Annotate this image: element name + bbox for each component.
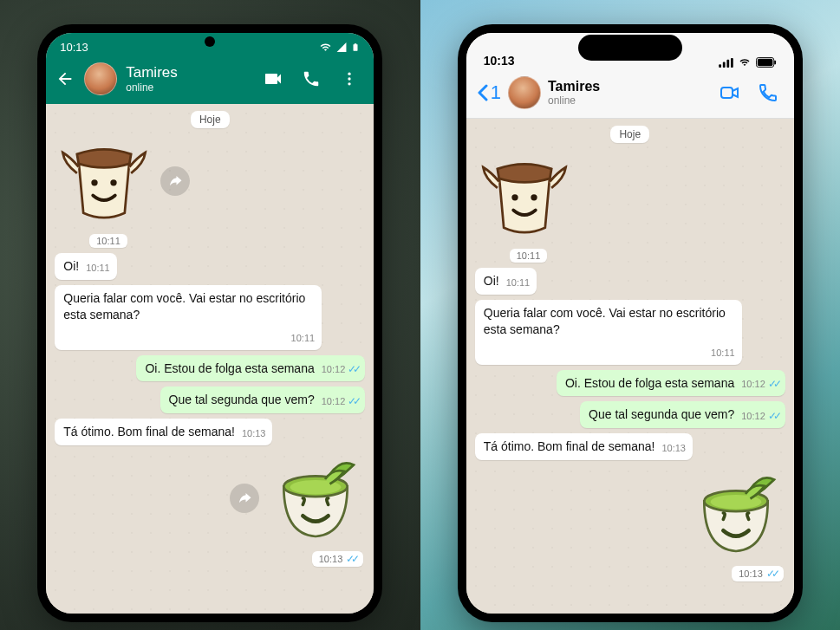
message-time: 10:12	[741, 410, 765, 423]
message-text: Tá ótimo. Bom final de semana!	[484, 438, 655, 455]
sticker-out-time-pill: 10:13 ✓✓	[312, 551, 364, 567]
message-text: Tá ótimo. Bom final de semana!	[63, 424, 235, 440]
message-text: Oi. Estou de folga esta semana	[565, 375, 734, 392]
message-text: Oi. Estou de folga esta semana	[145, 360, 314, 377]
back-count: 1	[491, 81, 501, 104]
message-time: 10:13	[661, 442, 686, 455]
video-call-button[interactable]	[720, 82, 740, 103]
message-text: Oi!	[63, 258, 79, 275]
coffee-cup-sticker[interactable]	[56, 133, 152, 229]
contact-avatar[interactable]	[508, 76, 541, 109]
sticker-in-time: 10:11	[510, 249, 548, 263]
forward-icon	[167, 173, 183, 189]
wifi-icon	[738, 57, 752, 68]
back-button[interactable]: 1	[477, 81, 501, 104]
more-options-button[interactable]	[339, 68, 360, 89]
svg-rect-11	[731, 58, 733, 68]
message-in-2[interactable]: Queria falar com você. Vai estar no escr…	[55, 285, 322, 350]
read-ticks-icon: ✓✓	[766, 568, 777, 580]
sticker-out-time-pill: 10:13 ✓✓	[732, 566, 784, 581]
forward-sticker-button[interactable]	[230, 484, 259, 513]
svg-point-0	[348, 73, 351, 75]
sticker-incoming-row	[475, 148, 785, 244]
sticker-out-time: 10:13	[739, 568, 763, 579]
message-text: Que tal segunda que vem?	[589, 406, 734, 423]
sticker-out-time: 10:13	[319, 554, 343, 564]
chevron-left-icon	[477, 84, 489, 101]
voice-call-button[interactable]	[758, 82, 778, 103]
message-time: 10:11	[291, 332, 316, 345]
svg-point-17	[511, 194, 518, 200]
ios-phone-frame: 10:13 1 Tamires online	[458, 24, 803, 622]
svg-rect-13	[758, 59, 773, 66]
message-time: 10:11	[86, 262, 110, 275]
signal-icon	[719, 58, 733, 68]
back-button[interactable]	[55, 68, 75, 89]
video-icon	[263, 68, 283, 89]
message-text: Queria falar com você. Vai estar no escr…	[63, 290, 315, 323]
sticker-in-time: 10:11	[89, 234, 127, 248]
message-out-2[interactable]: Que tal segunda que vem? 10:12✓✓	[160, 386, 366, 413]
forward-sticker-button[interactable]	[160, 166, 190, 196]
tea-cup-sticker[interactable]	[688, 465, 784, 561]
phone-icon	[302, 69, 321, 88]
battery-icon	[756, 57, 777, 68]
contact-title-block[interactable]: Tamires online	[126, 64, 178, 94]
chat-area[interactable]: Hoje 10:11 Oi! 10:11	[466, 119, 794, 614]
video-call-button[interactable]	[263, 68, 283, 89]
wifi-icon	[319, 42, 332, 53]
contact-title-block[interactable]: Tamires online	[548, 79, 600, 107]
android-camera-dot	[205, 36, 215, 47]
date-label: Hoje	[191, 111, 230, 128]
signal-icon	[335, 42, 348, 53]
svg-point-5	[111, 179, 117, 185]
android-chat-header: Tamires online	[46, 57, 374, 104]
sticker-incoming-row	[55, 133, 365, 229]
message-time: 10:12	[322, 363, 346, 376]
svg-point-4	[92, 179, 98, 185]
kebab-icon	[341, 70, 358, 88]
svg-rect-14	[774, 61, 776, 65]
read-ticks-icon: ✓✓	[768, 409, 778, 423]
contact-avatar[interactable]	[84, 62, 117, 95]
contact-name: Tamires	[126, 64, 178, 81]
contact-status: online	[126, 81, 178, 94]
contact-name: Tamires	[548, 79, 600, 94]
message-text: Que tal segunda que vem?	[169, 392, 315, 408]
sticker-outgoing-row	[475, 465, 785, 561]
svg-rect-9	[723, 62, 726, 67]
svg-point-18	[531, 194, 537, 200]
message-out-1[interactable]: Oi. Estou de folga esta semana 10:12✓✓	[557, 370, 785, 397]
message-text: Queria falar com você. Vai estar no escr…	[484, 305, 735, 338]
message-time: 10:12	[322, 395, 346, 408]
coffee-cup-sticker[interactable]	[477, 148, 572, 244]
status-time: 10:13	[484, 54, 515, 68]
message-in-2[interactable]: Queria falar com você. Vai estar no escr…	[475, 300, 742, 365]
tea-cup-sticker[interactable]	[268, 451, 363, 546]
message-time: 10:12	[741, 378, 765, 391]
message-time: 10:11	[506, 276, 531, 289]
svg-point-2	[348, 82, 351, 85]
message-in-3[interactable]: Tá ótimo. Bom final de semana! 10:13	[475, 433, 693, 460]
sticker-outgoing-row	[55, 451, 365, 546]
message-in-1[interactable]: Oi! 10:11	[55, 253, 116, 280]
phone-icon	[758, 82, 778, 103]
chat-area[interactable]: Hoje 10:11	[46, 104, 374, 614]
arrow-left-icon	[55, 69, 75, 88]
message-in-3[interactable]: Tá ótimo. Bom final de semana! 10:13	[55, 419, 272, 445]
ios-dynamic-island	[578, 35, 682, 61]
forward-icon	[237, 490, 252, 506]
video-icon	[720, 82, 740, 103]
svg-rect-15	[721, 88, 733, 98]
read-ticks-icon: ✓✓	[348, 362, 358, 376]
message-out-2[interactable]: Que tal segunda que vem? 10:12✓✓	[580, 401, 785, 428]
date-label: Hoje	[610, 126, 649, 143]
read-ticks-icon: ✓✓	[768, 377, 778, 391]
svg-rect-10	[726, 59, 729, 67]
android-phone-frame: 10:13 Tamires online	[37, 24, 382, 622]
message-in-1[interactable]: Oi! 10:11	[475, 268, 537, 295]
contact-status: online	[548, 94, 600, 107]
voice-call-button[interactable]	[301, 68, 322, 89]
message-time: 10:11	[711, 347, 735, 360]
message-out-1[interactable]: Oi. Estou de folga esta semana 10:12✓✓	[136, 355, 365, 382]
